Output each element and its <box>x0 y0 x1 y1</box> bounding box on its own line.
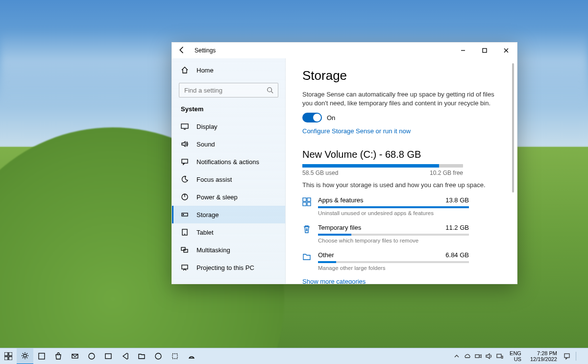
titlebar: Settings <box>172 43 517 58</box>
category-apps[interactable]: Apps & features 13.8 GB Uninstall unused… <box>302 196 469 216</box>
sidebar-item-label: Home <box>196 67 214 74</box>
page-title: Storage <box>302 68 500 83</box>
drive-usage-bar <box>302 164 463 168</box>
back-button[interactable] <box>177 45 187 56</box>
sidebar-item-home[interactable]: Home <box>172 61 285 79</box>
taskbar-clock[interactable]: 7:28 PM 12/19/2022 <box>527 350 560 362</box>
tray-speaker-icon[interactable] <box>485 352 493 360</box>
project-icon <box>181 264 189 271</box>
tray-notifications-icon[interactable] <box>563 352 571 360</box>
sidebar-item-sound[interactable]: Sound <box>172 135 285 153</box>
monitor-icon <box>181 122 189 130</box>
configure-storage-sense-link[interactable]: Configure Storage Sense or run it now <box>302 127 411 135</box>
drive-free-label: 10.2 GB free <box>430 170 463 176</box>
taskbar-app-settings[interactable] <box>17 348 33 364</box>
sidebar-item-power[interactable]: Power & sleep <box>172 188 285 206</box>
settings-window: Settings Home System Display Sound <box>172 42 517 284</box>
tray-language[interactable]: ENG US <box>507 350 524 362</box>
taskbar-app-explorer[interactable] <box>133 348 150 364</box>
category-other[interactable]: Other 6.84 GB Manage other large folders <box>302 251 469 271</box>
category-hint: Manage other large folders <box>318 265 469 271</box>
moon-icon <box>181 175 189 183</box>
sidebar-item-label: Multitasking <box>196 246 230 254</box>
taskbar-app-store[interactable] <box>50 348 67 364</box>
minimize-button[interactable] <box>452 43 474 58</box>
tray-onedrive-icon[interactable] <box>464 352 471 360</box>
drive-usage-fill <box>302 164 439 168</box>
sidebar-item-tablet[interactable]: Tablet <box>172 223 285 241</box>
sidebar-item-focus[interactable]: Focus assist <box>172 170 285 188</box>
clock-date: 12/19/2022 <box>530 356 557 362</box>
sidebar-item-multitasking[interactable]: Multitasking <box>172 241 285 259</box>
category-size: 6.84 GB <box>445 251 469 259</box>
system-tray: ENG US 7:28 PM 12/19/2022 <box>449 348 588 364</box>
taskbar-app-terminal[interactable] <box>100 348 117 364</box>
category-temp[interactable]: Temporary files 11.2 GB Choose which tem… <box>302 224 469 243</box>
sidebar-item-storage[interactable]: Storage <box>172 206 285 223</box>
svg-rect-18 <box>9 357 12 360</box>
maximize-button[interactable] <box>474 43 495 58</box>
svg-rect-20 <box>39 353 45 359</box>
taskbar: ENG US 7:28 PM 12/19/2022 <box>0 348 588 364</box>
svg-point-19 <box>24 354 26 357</box>
tray-chevron-icon[interactable] <box>453 352 461 360</box>
category-name: Other <box>318 251 334 259</box>
svg-rect-12 <box>307 198 311 201</box>
taskbar-app-snip[interactable] <box>167 348 183 364</box>
tablet-icon <box>181 228 189 236</box>
show-more-categories-link[interactable]: Show more categories <box>302 278 366 284</box>
category-hint: Uninstall unused or undesired apps & fea… <box>318 210 469 216</box>
sidebar-section-system: System <box>172 102 285 118</box>
drive-used-label: 58.5 GB used <box>302 170 338 176</box>
lang-secondary: US <box>514 356 521 362</box>
storage-sense-description: Storage Sense can automatically free up … <box>302 90 500 108</box>
svg-rect-10 <box>182 265 188 269</box>
svg-rect-28 <box>564 354 569 358</box>
settings-content: Storage Storage Sense can automatically … <box>286 58 517 284</box>
sidebar-item-label: Projecting to this PC <box>196 264 254 271</box>
svg-rect-15 <box>4 352 8 356</box>
sidebar-item-label: Display <box>196 123 218 130</box>
taskbar-app-1[interactable] <box>33 348 50 364</box>
sidebar-item-label: Power & sleep <box>196 194 238 201</box>
sidebar-item-notifications[interactable]: Notifications & actions <box>172 153 285 170</box>
storage-sense-toggle[interactable] <box>302 113 322 122</box>
svg-rect-27 <box>497 354 501 358</box>
tray-show-desktop[interactable] <box>581 348 584 364</box>
svg-rect-9 <box>184 249 188 252</box>
sidebar-item-label: Notifications & actions <box>196 158 259 166</box>
taskbar-app-firefox[interactable] <box>150 348 167 364</box>
taskbar-app-10[interactable] <box>183 348 200 364</box>
svg-rect-0 <box>483 49 487 52</box>
close-button[interactable] <box>495 43 517 58</box>
svg-point-1 <box>268 88 272 92</box>
start-button[interactable] <box>0 348 17 364</box>
tray-meet-icon[interactable] <box>474 352 482 360</box>
search-icon <box>267 87 273 94</box>
trash-icon <box>302 225 311 234</box>
message-icon <box>181 158 189 166</box>
toggle-label: On <box>327 114 335 121</box>
tray-network-icon[interactable] <box>496 352 504 360</box>
svg-point-22 <box>89 353 95 359</box>
taskbar-app-vscode[interactable] <box>117 348 133 364</box>
folder-icon <box>302 252 311 261</box>
svg-rect-11 <box>303 198 306 201</box>
taskbar-app-edge[interactable] <box>83 348 100 364</box>
category-name: Temporary files <box>318 224 361 231</box>
category-size: 11.2 GB <box>445 224 469 231</box>
search-input[interactable] <box>179 83 278 97</box>
svg-rect-25 <box>172 354 177 359</box>
svg-rect-2 <box>181 124 188 128</box>
svg-rect-26 <box>475 355 479 358</box>
taskbar-app-mail[interactable] <box>67 348 83 364</box>
sidebar-item-projecting[interactable]: Projecting to this PC <box>172 259 285 276</box>
sidebar-item-label: Sound <box>196 141 215 148</box>
content-scrollbar[interactable] <box>511 63 515 279</box>
svg-rect-23 <box>105 354 111 359</box>
sidebar-item-label: Focus assist <box>196 176 232 183</box>
category-size: 13.8 GB <box>445 196 469 204</box>
lang-primary: ENG <box>510 350 521 356</box>
sidebar-item-display[interactable]: Display <box>172 118 285 135</box>
breakdown-description: This is how your storage is used and how… <box>302 181 500 189</box>
